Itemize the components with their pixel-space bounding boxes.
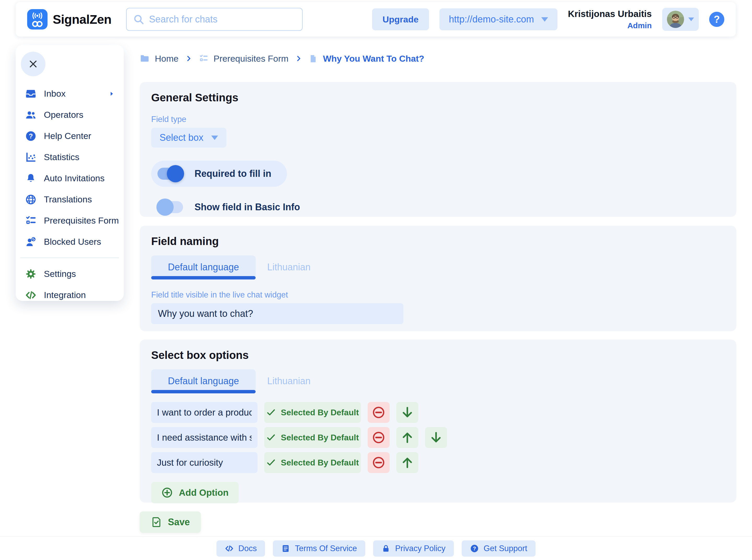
site-selector-dropdown[interactable]: http://demo-site.com <box>440 8 557 30</box>
chevron-down-icon <box>688 18 694 21</box>
globe-icon <box>25 194 37 205</box>
close-sidebar-button[interactable] <box>21 52 45 76</box>
minus-circle-icon <box>371 456 386 469</box>
upgrade-button[interactable]: Upgrade <box>372 8 429 30</box>
move-up-button[interactable] <box>397 427 418 448</box>
inbox-icon <box>25 88 37 100</box>
sidebar-item-help-center[interactable]: Help Center <box>16 125 124 146</box>
footer-link-label: Terms Of Service <box>295 544 357 553</box>
breadcrumb-section-link[interactable]: Prerequisites Form <box>199 54 288 64</box>
general-settings-card: General Settings Field type Select box R… <box>140 82 736 217</box>
arrow-down-icon <box>429 431 443 444</box>
option-row: Selected By Default <box>151 452 725 473</box>
tab-default-language[interactable]: Default language <box>151 369 256 393</box>
select-box-options-tabs: Default language Lithuanian <box>151 369 725 393</box>
user-menu-button[interactable] <box>662 8 699 31</box>
remove-option-button[interactable] <box>368 452 390 473</box>
sidebar-item-statistics[interactable]: Statistics <box>16 146 124 168</box>
breadcrumb-home-link[interactable]: Home <box>140 54 179 64</box>
field-type-dropdown[interactable]: Select box <box>151 128 226 147</box>
user-info: Kristijonas Urbaitis Admin <box>568 8 652 30</box>
caret-right-icon <box>108 91 115 97</box>
option-value-input[interactable] <box>151 427 258 448</box>
sidebar-item-inbox[interactable]: Inbox <box>16 83 124 104</box>
check-icon <box>266 408 276 417</box>
footer-terms-button[interactable]: Terms Of Service <box>273 540 365 557</box>
option-row: Selected By Default <box>151 427 725 448</box>
move-down-button[interactable] <box>397 402 418 423</box>
field-title-input[interactable] <box>151 303 403 324</box>
selected-by-default-button[interactable]: Selected By Default <box>264 452 361 473</box>
folder-icon <box>140 54 149 63</box>
search-icon <box>133 14 144 25</box>
remove-option-button[interactable] <box>368 402 390 423</box>
user-role: Admin <box>627 21 652 30</box>
selected-by-default-label: Selected By Default <box>281 433 359 442</box>
sidebar-item-operators[interactable]: Operators <box>16 104 124 125</box>
question-circle-icon <box>25 130 37 142</box>
brand-logo-link[interactable]: SignalZen <box>27 9 111 29</box>
gear-icon <box>25 268 37 280</box>
option-value-input[interactable] <box>151 402 258 423</box>
code-icon <box>225 544 234 553</box>
section-title: Select box options <box>151 349 725 361</box>
sidebar-item-integration[interactable]: Integration <box>16 284 124 306</box>
sidebar-divider <box>20 258 119 258</box>
avatar <box>667 11 684 28</box>
sidebar-item-label: Settings <box>44 269 76 279</box>
required-toggle[interactable] <box>158 168 183 180</box>
selected-by-default-button[interactable]: Selected By Default <box>264 427 361 448</box>
tab-default-language[interactable]: Default language <box>151 256 256 279</box>
remove-option-button[interactable] <box>368 427 390 448</box>
basic-info-toggle-label: Show field in Basic Info <box>195 202 300 213</box>
tab-lithuanian[interactable]: Lithuanian <box>256 256 322 279</box>
select-box-options-card: Select box options Default language Lith… <box>140 340 736 502</box>
footer-link-label: Privacy Policy <box>395 544 445 553</box>
add-option-label: Add Option <box>179 487 229 498</box>
checklist-icon <box>199 54 208 63</box>
sidebar-item-label: Blocked Users <box>44 237 101 247</box>
field-naming-card: Field naming Default language Lithuanian… <box>140 226 736 331</box>
sidebar: Inbox Operators Help Center Statistics A… <box>16 45 124 301</box>
required-toggle-label: Required to fill in <box>195 168 271 179</box>
basic-info-toggle[interactable] <box>158 201 183 213</box>
basic-info-toggle-row: Show field in Basic Info <box>151 199 725 216</box>
footer-support-button[interactable]: Get Support <box>462 540 535 557</box>
help-button[interactable]: ? <box>709 12 724 27</box>
breadcrumb: Home Prerequisites Form Why You Want To … <box>140 50 424 67</box>
sidebar-item-prerequisites-form[interactable]: Prerequisites Form <box>16 210 124 231</box>
document-lines-icon <box>281 544 290 553</box>
checklist-icon <box>25 215 37 226</box>
close-icon <box>28 59 38 69</box>
save-button[interactable]: Save <box>140 512 201 533</box>
tab-lithuanian[interactable]: Lithuanian <box>256 369 322 393</box>
move-down-button[interactable] <box>425 427 447 448</box>
sidebar-item-translations[interactable]: Translations <box>16 189 124 210</box>
selected-by-default-button[interactable]: Selected By Default <box>264 402 361 423</box>
footer-docs-button[interactable]: Docs <box>217 540 265 557</box>
section-title: Field naming <box>151 235 725 247</box>
top-bar: SignalZen Upgrade http://demo-site.com K… <box>16 2 736 37</box>
plus-circle-icon <box>161 486 173 499</box>
footer-privacy-button[interactable]: Privacy Policy <box>373 540 454 557</box>
bell-icon <box>25 173 37 184</box>
question-circle-icon <box>470 544 479 553</box>
selected-by-default-label: Selected By Default <box>281 458 359 467</box>
sidebar-item-label: Inbox <box>44 88 65 99</box>
sidebar-item-blocked-users[interactable]: Blocked Users <box>16 231 124 252</box>
footer: Docs Terms Of Service Privacy Policy Get… <box>0 537 752 560</box>
field-type-value: Select box <box>160 132 203 143</box>
add-option-button[interactable]: Add Option <box>151 482 239 503</box>
sidebar-item-auto-invitations[interactable]: Auto Invitations <box>16 168 124 189</box>
sidebar-item-settings[interactable]: Settings <box>16 263 124 284</box>
arrow-up-icon <box>400 431 414 444</box>
breadcrumb-section-label: Prerequisites Form <box>214 54 288 64</box>
option-row: Selected By Default <box>151 402 725 423</box>
chevron-down-icon <box>541 17 548 22</box>
move-up-button[interactable] <box>397 452 418 473</box>
breadcrumb-home-label: Home <box>155 54 179 64</box>
search-input[interactable] <box>148 14 296 25</box>
chevron-right-icon <box>185 55 192 62</box>
option-value-input[interactable] <box>151 452 258 473</box>
operators-icon <box>25 109 37 121</box>
